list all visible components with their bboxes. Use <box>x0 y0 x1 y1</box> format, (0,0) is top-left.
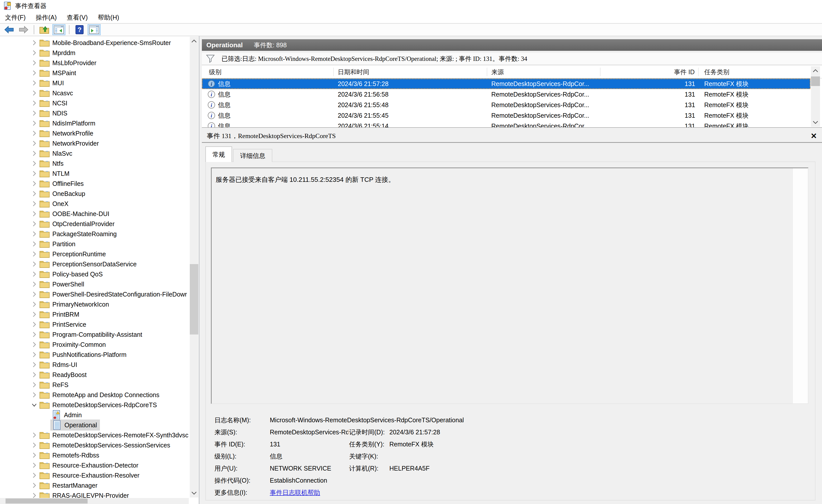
forward-button[interactable] <box>17 24 30 35</box>
chevron-right-icon[interactable] <box>30 50 39 56</box>
event-row[interactable]: i信息2024/3/6 21:55:48RemoteDesktopService… <box>202 100 810 110</box>
chevron-right-icon[interactable] <box>30 472 39 479</box>
chevron-right-icon[interactable] <box>30 432 39 438</box>
tree-item-onex[interactable]: OneX <box>0 199 189 209</box>
column-source[interactable]: 来源 <box>487 68 600 76</box>
tree-item-rdms-ui[interactable]: Rdms-UI <box>0 360 189 370</box>
chevron-right-icon[interactable] <box>30 60 39 66</box>
chevron-right-icon[interactable] <box>30 442 39 448</box>
chevron-right-icon[interactable] <box>30 392 39 398</box>
tree-item-mspaint[interactable]: MSPaint <box>0 68 189 78</box>
tree-item-ntfs[interactable]: Ntfs <box>0 158 189 169</box>
tree-item-nlasvc[interactable]: NlaSvc <box>0 148 189 158</box>
event-row[interactable]: i信息2024/3/6 21:55:14RemoteDesktopService… <box>202 121 810 127</box>
chevron-right-icon[interactable] <box>30 130 39 137</box>
menu-file[interactable]: 文件(F) <box>0 12 31 23</box>
chevron-right-icon[interactable] <box>30 452 39 458</box>
chevron-right-icon[interactable] <box>30 231 39 237</box>
tree-item-ncsi[interactable]: NCSI <box>0 98 189 108</box>
help-button[interactable]: ? <box>73 24 86 35</box>
event-list-scrollbar[interactable] <box>811 66 820 127</box>
tree-horizontal-scrollbar[interactable] <box>0 498 189 504</box>
chevron-right-icon[interactable] <box>30 211 39 217</box>
chevron-right-icon[interactable] <box>30 170 39 177</box>
chevron-right-icon[interactable] <box>30 90 39 96</box>
menu-help[interactable]: 帮助(H) <box>93 12 124 23</box>
event-row[interactable]: i信息2024/3/6 21:55:45RemoteDesktopService… <box>202 110 810 121</box>
open-saved-log-button[interactable] <box>38 24 51 35</box>
chevron-right-icon[interactable] <box>30 251 39 257</box>
scroll-down-icon[interactable] <box>190 489 198 497</box>
chevron-right-icon[interactable] <box>30 150 39 157</box>
tree-item-otpcredentialprovider[interactable]: OtpCredentialProvider <box>0 219 189 229</box>
tree-item-ndis[interactable]: NDIS <box>0 108 189 118</box>
tree-item-program-compatibility-assistant[interactable]: Program-Compatibility-Assistant <box>0 329 189 340</box>
chevron-right-icon[interactable] <box>30 301 39 308</box>
chevron-right-icon[interactable] <box>30 371 39 378</box>
chevron-right-icon[interactable] <box>30 331 39 338</box>
tree-item-admin[interactable]: Admin <box>0 410 189 420</box>
tree-item-ncasvc[interactable]: Ncasvc <box>0 88 189 98</box>
tab-details[interactable]: 详细信息 <box>233 149 272 162</box>
chevron-right-icon[interactable] <box>30 120 39 127</box>
tree-item-networkprovider[interactable]: NetworkProvider <box>0 138 189 148</box>
tree-item-operational[interactable]: Operational <box>0 420 189 430</box>
chevron-right-icon[interactable] <box>30 271 39 277</box>
chevron-right-icon[interactable] <box>30 341 39 348</box>
tree-item-refs[interactable]: ReFS <box>0 380 189 390</box>
tree-item-restartmanager[interactable]: RestartManager <box>0 480 189 490</box>
chevron-right-icon[interactable] <box>30 100 39 106</box>
tree-item-policy-based-qos[interactable]: Policy-based QoS <box>0 269 189 279</box>
chevron-right-icon[interactable] <box>30 361 39 368</box>
toggle-console-tree-button[interactable] <box>52 24 65 35</box>
column-task-category[interactable]: 任务类别 <box>699 68 822 76</box>
tree-vertical-scrollbar[interactable] <box>190 37 198 497</box>
tree-item-readyboost[interactable]: ReadyBoost <box>0 370 189 380</box>
chevron-right-icon[interactable] <box>30 39 39 46</box>
chevron-right-icon[interactable] <box>30 281 39 287</box>
chevron-right-icon[interactable] <box>30 482 39 489</box>
tree-item-remotefs-rdbss[interactable]: Remotefs-Rdbss <box>0 450 189 460</box>
chevron-right-icon[interactable] <box>30 221 39 227</box>
chevron-right-icon[interactable] <box>30 351 39 358</box>
tree-item-mui[interactable]: MUI <box>0 78 189 88</box>
toggle-action-pane-button[interactable] <box>88 24 101 35</box>
tree-item-perceptionsensordataservice[interactable]: PerceptionSensorDataService <box>0 259 189 269</box>
chevron-right-icon[interactable] <box>30 462 39 469</box>
column-datetime[interactable]: 日期和时间 <box>334 68 487 76</box>
event-row[interactable]: i信息2024/3/6 21:57:28RemoteDesktopService… <box>202 78 810 89</box>
chevron-right-icon[interactable] <box>30 241 39 247</box>
chevron-right-icon[interactable] <box>30 321 39 328</box>
chevron-right-icon[interactable] <box>30 382 39 388</box>
event-log-online-help-link[interactable]: 事件日志联机帮助 <box>270 488 349 497</box>
chevron-right-icon[interactable] <box>30 190 39 197</box>
event-scrollbar-thumb[interactable] <box>811 76 820 86</box>
tree-item-offlinefiles[interactable]: OfflineFiles <box>0 179 189 189</box>
chevron-right-icon[interactable] <box>30 160 39 167</box>
scroll-up-icon[interactable] <box>811 66 820 75</box>
back-button[interactable] <box>3 24 16 35</box>
tree-item-remotedesktopservices-sessionservices[interactable]: RemoteDesktopServices-SessionServices <box>0 440 189 450</box>
tree-item-remotedesktopservices-remotefx-synth3dvsc[interactable]: RemoteDesktopServices-RemoteFX-Synth3dvs… <box>0 430 189 440</box>
scroll-down-icon[interactable] <box>811 118 820 127</box>
chevron-right-icon[interactable] <box>30 70 39 76</box>
chevron-down-icon[interactable] <box>30 402 39 407</box>
chevron-right-icon[interactable] <box>30 110 39 116</box>
tree-item-printservice[interactable]: PrintService <box>0 319 189 329</box>
message-scrollbar-track[interactable] <box>792 168 808 403</box>
tab-general[interactable]: 常规 <box>206 146 232 162</box>
chevron-right-icon[interactable] <box>30 311 39 318</box>
tree-hscrollbar-thumb[interactable] <box>6 498 88 503</box>
tree-scrollbar-thumb[interactable] <box>190 264 198 334</box>
column-event-id[interactable]: 事件 ID <box>600 68 699 76</box>
chevron-right-icon[interactable] <box>30 140 39 147</box>
tree-item-ndisimplatform[interactable]: NdisImPlatform <box>0 118 189 128</box>
chevron-right-icon[interactable] <box>30 261 39 267</box>
menu-action[interactable]: 操作(A) <box>31 12 62 23</box>
chevron-right-icon[interactable] <box>30 180 39 187</box>
tree-item-networkprofile[interactable]: NetworkProfile <box>0 128 189 138</box>
tree-item-resource-exhaustion-detector[interactable]: Resource-Exhaustion-Detector <box>0 460 189 470</box>
tree-item-ntlm[interactable]: NTLM <box>0 169 189 179</box>
column-level[interactable]: 级别 <box>202 68 334 76</box>
tree-item-pushnotifications-platform[interactable]: PushNotifications-Platform <box>0 350 189 360</box>
